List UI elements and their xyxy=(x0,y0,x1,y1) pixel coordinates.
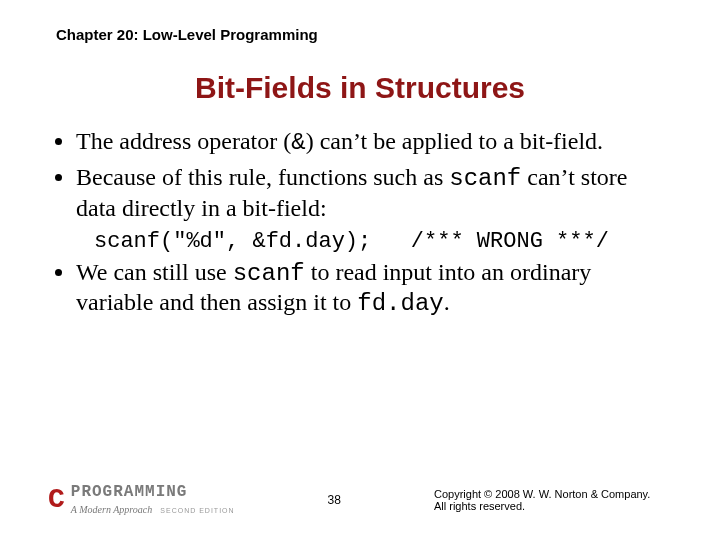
code-inline-scanf: scanf xyxy=(449,165,521,192)
slide-title: Bit-Fields in Structures xyxy=(56,71,664,105)
page-number: 38 xyxy=(328,493,341,507)
text: Because of this rule, functions such as xyxy=(76,164,449,190)
code-inline-scanf2: scanf xyxy=(233,260,305,287)
body-list: The address operator (&) can’t be applie… xyxy=(56,127,664,223)
logo-programming: PROGRAMMING xyxy=(71,484,235,500)
logo-subtitle: A Modern Approach xyxy=(71,504,152,515)
code-call: scanf("%d", &fd.day); xyxy=(94,229,371,254)
slide: Chapter 20: Low-Level Programming Bit-Fi… xyxy=(0,0,720,540)
copyright: Copyright © 2008 W. W. Norton & Company.… xyxy=(434,488,664,512)
footer: C PROGRAMMING A Modern Approach SECOND E… xyxy=(48,484,664,516)
text: . xyxy=(444,289,450,315)
bullet-1: The address operator (&) can’t be applie… xyxy=(76,127,664,157)
copyright-line-2: All rights reserved. xyxy=(434,500,664,512)
copyright-line-1: Copyright © 2008 W. W. Norton & Company. xyxy=(434,488,664,500)
code-example: scanf("%d", &fd.day); /*** WRONG ***/ xyxy=(94,229,664,254)
code-inline-fdday: fd.day xyxy=(357,290,443,317)
book-logo: C PROGRAMMING A Modern Approach SECOND E… xyxy=(48,484,235,516)
logo-c-letter: C xyxy=(48,486,65,514)
logo-text: PROGRAMMING A Modern Approach SECOND EDI… xyxy=(71,484,235,516)
code-comment: /*** WRONG ***/ xyxy=(411,229,609,254)
text: We can still use xyxy=(76,259,233,285)
chapter-label: Chapter 20: Low-Level Programming xyxy=(56,26,664,43)
logo-edition: SECOND EDITION xyxy=(160,507,234,514)
body-list-2: We can still use scanf to read input int… xyxy=(56,258,664,319)
text: The address operator ( xyxy=(76,128,291,154)
code-inline-amp: & xyxy=(291,129,305,156)
bullet-2: Because of this rule, functions such as … xyxy=(76,163,664,223)
text: ) can’t be applied to a bit-field. xyxy=(306,128,603,154)
bullet-3: We can still use scanf to read input int… xyxy=(76,258,664,319)
